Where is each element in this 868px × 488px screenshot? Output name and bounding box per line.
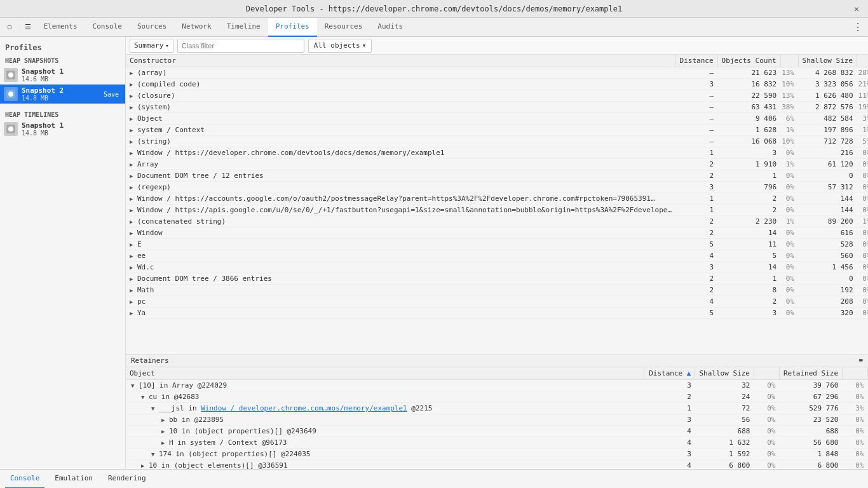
table-row[interactable]: ▶ (concatenated string) 2 2 230 1% 89 20… [126,216,868,227]
timeline-item-1[interactable]: Snapshot 1 14.8 MB [0,119,125,139]
shallow-pct-cell: 0% [857,285,868,296]
tab-emulation[interactable]: Emulation [50,470,98,489]
table-row[interactable]: ▶ ee 4 5 0% 560 0% 30 480 0% [126,250,868,262]
table-row[interactable]: ▶ (array) – 21 623 13% 4 268 832 28% 6 0… [126,67,868,79]
close-icon[interactable]: × [851,4,862,14]
snapshot-item-1[interactable]: Snapshot 1 14.6 MB [0,65,125,85]
tab-rendering[interactable]: Rendering [103,470,151,489]
ret-col-retained[interactable]: Retained Size [779,367,842,380]
retainer-row[interactable]: ▼ [10] in Array @224029 3 32 0% 39 760 0… [126,380,868,391]
snapshot-icon-2 [4,87,18,101]
retainer-expand-icon[interactable]: ▼ [141,394,147,400]
expand-arrow-icon[interactable]: ▶ [130,150,136,156]
table-row[interactable]: ▶ Object – 9 406 6% 482 584 3% 2 839 472… [126,113,868,125]
tab-audits[interactable]: Audits [370,18,410,37]
table-row[interactable]: ▶ (system) – 63 431 38% 2 872 576 19% 4 … [126,102,868,113]
tab-resources[interactable]: Resources [317,18,370,37]
retainer-expand-icon[interactable]: ▼ [151,405,158,412]
class-filter-input[interactable] [177,39,304,53]
table-row[interactable]: ▶ Window / https://apis.google.com/u/0/s… [126,205,868,216]
table-row[interactable]: ▶ Wd.c 3 14 0% 1 456 0% 27 832 0% [126,262,868,273]
device-icon[interactable]: ◻ [3,23,17,31]
expand-arrow-icon[interactable]: ▶ [130,116,136,122]
expand-arrow-icon[interactable]: ▶ [130,253,136,259]
table-row[interactable]: ▶ pc 4 2 0% 208 0% 11 632 0% [126,296,868,308]
retainer-row[interactable]: ▼ 174 in (object properties)[] @224035 3… [126,449,868,460]
retainer-row[interactable]: ▶ 10 in (object properties)[] @243649 4 … [126,426,868,437]
col-constructor[interactable]: Constructor [126,55,675,67]
retainer-row[interactable]: ▶ H in system / Context @96173 4 1 632 0… [126,437,868,449]
snapshot-item-2[interactable]: Snapshot 2 14.8 MB Save [0,85,125,104]
all-objects-dropdown[interactable]: All objects ▾ [308,39,372,53]
table-row[interactable]: ▶ Window / https://developer.chrome.com/… [126,147,868,159]
expand-arrow-icon[interactable]: ▶ [130,230,136,236]
tab-network[interactable]: Network [174,18,219,37]
save-button[interactable]: Save [101,90,121,99]
retainer-row[interactable]: ▼ ___jsl in Window / developer.chrome.co… [126,403,868,414]
table-row[interactable]: ▶ Window / https://accounts.google.com/o… [126,193,868,205]
expand-arrow-icon[interactable]: ▶ [130,104,136,111]
table-row[interactable]: ▶ (string) – 16 068 10% 712 728 5% 712 8… [126,136,868,147]
tab-timeline[interactable]: Timeline [219,18,268,37]
heap-table-container[interactable]: Constructor Distance Objects Count Shall… [126,55,868,354]
expand-arrow-icon[interactable]: ▶ [130,196,136,202]
table-row[interactable]: ▶ E 5 11 0% 528 0% 32 152 0% [126,239,868,250]
expand-arrow-icon[interactable]: ▶ [130,276,136,282]
expand-arrow-icon[interactable]: ▶ [130,264,136,271]
table-row[interactable]: ▶ (closure) – 22 590 13% 1 626 480 11% 5… [126,90,868,102]
objects-pct-cell: 0% [780,250,798,262]
retainer-link[interactable]: Window / developer.chrome.com…mos/memory… [201,404,407,412]
expand-arrow-icon[interactable]: ▶ [130,70,136,76]
expand-arrow-icon[interactable]: ▶ [130,81,136,88]
expand-arrow-icon[interactable]: ▶ [130,139,136,145]
col-objects-count[interactable]: Objects Count [717,55,780,67]
more-tabs-button[interactable]: ⋮ [853,21,868,33]
expand-arrow-icon[interactable]: ▶ [130,219,136,225]
expand-arrow-icon[interactable]: ▶ [130,241,136,248]
expand-arrow-icon[interactable]: ▶ [130,173,136,179]
objects-pct-cell: 0% [780,193,798,205]
table-row[interactable]: ▶ Document DOM tree / 3866 entries 2 1 0… [126,273,868,285]
summary-dropdown[interactable]: Summary ▾ [130,39,173,53]
retainer-row[interactable]: ▶ 10 in (object elements)[] @336591 4 6 … [126,460,868,470]
tab-console-bottom[interactable]: Console [5,470,44,489]
retainer-expand-icon[interactable]: ▶ [161,440,168,446]
retainers-table-container[interactable]: Object Distance ▲ Shallow Size Retained … [126,367,868,469]
table-row[interactable]: ▶ Array 2 1 910 1% 61 120 0% 523 096 3% [126,159,868,170]
mobile-icon[interactable]: ☰ [20,23,36,31]
retainers-menu-icon[interactable]: ≡ [858,356,863,365]
expand-arrow-icon[interactable]: ▶ [130,127,136,133]
retainer-row[interactable]: ▼ cu in @42683 2 24 0% 67 296 0% [126,391,868,403]
col-objects-pct [780,55,798,67]
ret-col-shallow[interactable]: Shallow Size [695,367,754,380]
tab-elements[interactable]: Elements [36,18,85,37]
table-row[interactable]: ▶ Window 2 14 0% 616 0% 42 592 0% [126,227,868,239]
retainer-expand-icon[interactable]: ▶ [161,428,168,435]
ret-col-object[interactable]: Object [126,367,644,380]
tab-profiles[interactable]: Profiles [268,18,317,37]
expand-arrow-icon[interactable]: ▶ [130,299,136,305]
tab-console[interactable]: Console [85,18,130,37]
table-row[interactable]: ▶ system / Context – 1 628 1% 197 896 1%… [126,125,868,136]
ret-col-distance[interactable]: Distance ▲ [644,367,695,380]
retainer-expand-icon[interactable]: ▼ [151,451,158,458]
retainer-shallow-cell: 6 800 [695,460,754,470]
expand-arrow-icon[interactable]: ▶ [130,287,136,294]
retainer-expand-icon[interactable]: ▼ [131,383,137,389]
tab-sources[interactable]: Sources [130,18,174,37]
retainer-expand-icon[interactable]: ▶ [161,417,168,423]
expand-arrow-icon[interactable]: ▶ [130,184,136,191]
table-row[interactable]: ▶ Ya 5 3 0% 320 0% 10 992 0% [126,308,868,319]
expand-arrow-icon[interactable]: ▶ [130,161,136,168]
col-shallow-size[interactable]: Shallow Size [798,55,857,67]
expand-arrow-icon[interactable]: ▶ [130,207,136,214]
table-row[interactable]: ▶ Document DOM tree / 12 entries 2 1 0% … [126,170,868,182]
retainer-expand-icon[interactable]: ▶ [141,463,147,469]
table-row[interactable]: ▶ (compiled code) 3 16 832 10% 3 323 056… [126,79,868,90]
table-row[interactable]: ▶ (regexp) 3 796 0% 57 312 0% 442 176 3% [126,182,868,193]
table-row[interactable]: ▶ Math 2 8 0% 192 0% 19 256 0% [126,285,868,296]
retainer-row[interactable]: ▶ bb in @223895 3 56 0% 23 520 0% [126,414,868,426]
expand-arrow-icon[interactable]: ▶ [130,310,136,316]
expand-arrow-icon[interactable]: ▶ [130,93,136,99]
col-distance[interactable]: Distance [675,55,717,67]
